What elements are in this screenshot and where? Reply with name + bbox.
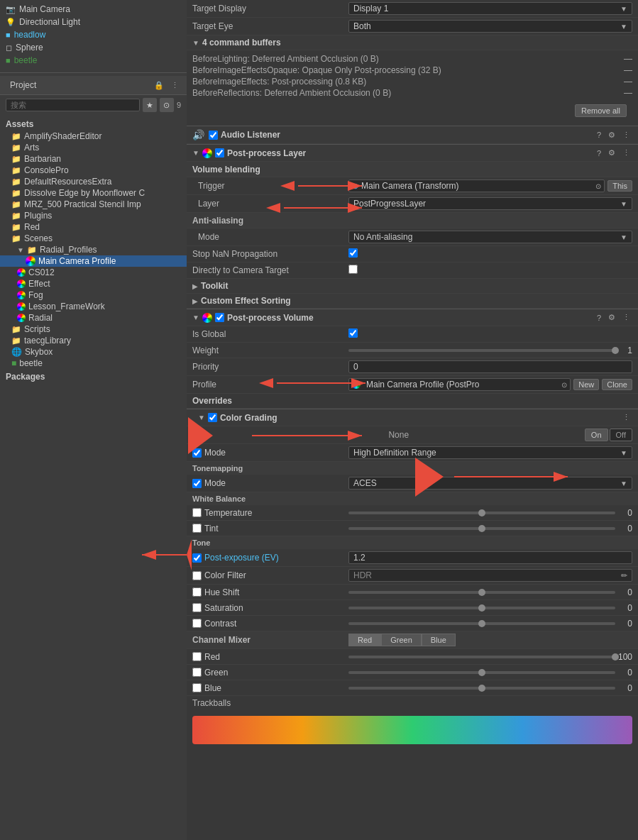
green-slider-thumb[interactable] — [478, 669, 485, 676]
tree-item-arts[interactable]: 📁 Arts — [0, 142, 187, 153]
help-icon-btn[interactable]: ? — [595, 130, 603, 140]
layer-value[interactable]: PostProgressLayer ▼ — [348, 197, 632, 210]
hierarchy-item-beetle[interactable]: ■ beetle — [0, 54, 187, 67]
post-process-layer-checkbox[interactable] — [215, 148, 224, 158]
blue-slider-thumb[interactable] — [478, 685, 485, 692]
lock-icon-btn[interactable]: 🔒 — [152, 80, 166, 91]
settings-icon-btn[interactable]: ⚙ — [606, 148, 617, 158]
tree-item-plugins[interactable]: 📁 Plugins — [0, 210, 187, 221]
tint-slider-thumb[interactable] — [478, 525, 485, 532]
tree-item-scripts[interactable]: 📁 Scripts — [0, 324, 187, 335]
tree-item-robotkyle[interactable]: 📁 Red — [0, 221, 187, 233]
priority-value[interactable] — [348, 360, 632, 373]
green-checkbox[interactable] — [192, 668, 202, 677]
channel-tab-blue[interactable]: Blue — [422, 634, 456, 646]
all-label[interactable]: All — [192, 430, 388, 440]
help-icon-btn[interactable]: ? — [595, 313, 603, 323]
red-checkbox[interactable] — [192, 652, 202, 661]
layer-dropdown[interactable]: PostProgressLayer ▼ — [348, 197, 632, 210]
contrast-checkbox[interactable] — [192, 619, 202, 628]
tree-item-beetle2[interactable]: ■ beetle — [0, 358, 187, 369]
directly-checkbox[interactable] — [348, 265, 358, 274]
channel-tab-red[interactable]: Red — [348, 634, 381, 646]
post-exposure-value[interactable] — [348, 551, 632, 564]
more-icon-btn[interactable]: ⋮ — [169, 80, 181, 91]
tree-item-effect[interactable]: Effect — [0, 278, 187, 289]
tree-item-amplify[interactable]: 📁 AmplifyShaderEditor — [0, 131, 187, 142]
custom-effect-fold[interactable]: ▶ Custom Effect Sorting — [187, 294, 638, 309]
color-filter-checkbox[interactable] — [192, 571, 202, 580]
target-eye-value[interactable]: Both ▼ — [348, 20, 632, 33]
tree-item-consolepro[interactable]: 📁 ConsolePro — [0, 165, 187, 176]
tree-item-mrz[interactable]: 📁 MRZ_500 Practical Stencil Imp — [0, 199, 187, 210]
saturation-checkbox[interactable] — [192, 603, 202, 612]
tree-item-dissolve[interactable]: 📁 Dissolve Edge by Moonflower C — [0, 187, 187, 199]
tm-mode-value[interactable]: ACES ▼ — [348, 477, 632, 490]
hierarchy-item-headlow[interactable]: ■ headlow — [0, 28, 187, 41]
tree-item-defaultresources[interactable]: 📁 DefaultResourcesExtra — [0, 176, 187, 187]
tree-item-main-camera-profile[interactable]: Main Camera Profile — [0, 255, 187, 267]
clone-button[interactable]: Clone — [602, 379, 632, 390]
tree-item-lesson[interactable]: Lesson_FrameWork — [0, 301, 187, 312]
more-icon-btn[interactable]: ⋮ — [620, 412, 632, 423]
settings-icon-btn[interactable]: ⚙ — [606, 312, 617, 323]
saturation-slider-thumb[interactable] — [478, 604, 485, 612]
favorites-btn[interactable]: ★ — [143, 98, 157, 112]
contrast-slider-thumb[interactable] — [478, 620, 485, 627]
trigger-object-field[interactable]: ⊕ Main Camera (Transform) ⊙ — [348, 179, 605, 192]
tree-item-radial[interactable]: Radial — [0, 312, 187, 324]
target-display-dropdown[interactable]: Display 1 ▼ — [348, 2, 632, 15]
temperature-checkbox[interactable] — [192, 508, 202, 517]
temperature-slider-thumb[interactable] — [478, 509, 485, 516]
hue-shift-checkbox[interactable] — [192, 587, 202, 597]
new-button[interactable]: New — [573, 379, 599, 390]
mode-dropdown[interactable]: No Anti-aliasing ▼ — [348, 231, 632, 243]
blue-checkbox[interactable] — [192, 683, 202, 692]
help-icon-btn[interactable]: ? — [595, 148, 603, 158]
project-tab[interactable]: Project — [6, 79, 40, 92]
none-label[interactable]: None — [388, 430, 584, 440]
priority-input[interactable] — [348, 360, 632, 373]
tree-item-skybox[interactable]: 🌐 Skybox — [0, 346, 187, 358]
tree-item-taecg[interactable]: 📁 taecgLibrary — [0, 335, 187, 346]
channel-tab-green[interactable]: Green — [381, 634, 422, 646]
filter-btn[interactable]: ⊙ — [160, 98, 174, 112]
remove-all-button[interactable]: Remove all — [575, 104, 627, 117]
mode-value[interactable]: No Anti-aliasing ▼ — [348, 231, 632, 243]
off-button[interactable]: Off — [610, 429, 632, 441]
eyedropper-icon[interactable]: ✏ — [621, 571, 627, 580]
hierarchy-item-main-camera[interactable]: 📷 Main Camera — [0, 3, 187, 16]
more-icon-btn[interactable]: ⋮ — [620, 312, 632, 323]
cg-mode-dropdown[interactable]: High Definition Range ▼ — [348, 446, 632, 459]
tree-item-cs012[interactable]: CS012 — [0, 267, 187, 278]
toolkit-fold[interactable]: ▶ Toolkit — [187, 279, 638, 294]
command-buffers-fold[interactable]: ▼ 4 command buffers — [187, 35, 638, 50]
target-eye-dropdown[interactable]: Both ▼ — [348, 20, 632, 33]
tree-item-scenes[interactable]: 📁 Scenes — [0, 233, 187, 244]
post-exposure-input[interactable] — [348, 551, 632, 564]
audio-listener-checkbox[interactable] — [209, 131, 218, 140]
is-global-checkbox[interactable] — [348, 328, 358, 338]
hue-shift-slider-thumb[interactable] — [478, 589, 485, 596]
color-grading-checkbox[interactable] — [208, 413, 217, 422]
more-icon-btn[interactable]: ⋮ — [620, 130, 632, 140]
tm-mode-checkbox[interactable] — [192, 479, 202, 488]
more-icon-btn[interactable]: ⋮ — [620, 148, 632, 158]
weight-slider-thumb[interactable] — [612, 347, 619, 354]
settings-icon-btn[interactable]: ⚙ — [606, 130, 617, 140]
tree-item-radial-profiles[interactable]: ▼ 📁 Radial_Profiles — [0, 244, 187, 255]
profile-object-field[interactable]: Main Camera Profile (PostPro ⊙ — [348, 378, 571, 391]
this-button[interactable]: This — [607, 180, 632, 192]
red-slider-thumb[interactable] — [612, 653, 619, 661]
cg-mode-checkbox[interactable] — [192, 448, 202, 458]
hierarchy-item-directional-light[interactable]: 💡 Directional Light — [0, 16, 187, 28]
cg-mode-value[interactable]: High Definition Range ▼ — [348, 446, 632, 459]
on-button[interactable]: On — [585, 429, 608, 441]
stop-nan-checkbox[interactable] — [348, 248, 358, 258]
target-display-value[interactable]: Display 1 ▼ — [348, 2, 632, 15]
search-input[interactable] — [6, 99, 140, 111]
post-process-volume-checkbox[interactable] — [215, 313, 224, 322]
tree-item-fog[interactable]: Fog — [0, 289, 187, 301]
post-exposure-checkbox[interactable] — [192, 553, 202, 563]
tint-checkbox[interactable] — [192, 524, 202, 533]
